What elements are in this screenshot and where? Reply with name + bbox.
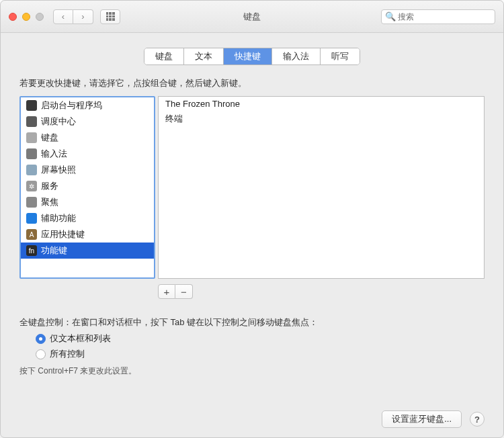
tab-2[interactable]: 快捷键 bbox=[223, 48, 271, 64]
radio-icon bbox=[36, 334, 46, 344]
shortcut-item[interactable]: 终端 bbox=[159, 111, 484, 127]
category-icon bbox=[26, 100, 37, 111]
category-label: 功能键 bbox=[41, 245, 67, 257]
category-item[interactable]: 调度中心 bbox=[21, 114, 154, 130]
category-icon: A bbox=[26, 229, 37, 240]
category-icon bbox=[26, 116, 37, 127]
category-label: 屏幕快照 bbox=[41, 164, 76, 176]
category-label: 输入法 bbox=[41, 148, 67, 160]
radio-option[interactable]: 仅文本框和列表 bbox=[36, 333, 485, 345]
category-item[interactable]: ✲服务 bbox=[21, 178, 154, 194]
category-item[interactable]: A应用快捷键 bbox=[21, 226, 154, 243]
category-label: 应用快捷键 bbox=[41, 228, 85, 240]
category-label: 聚焦 bbox=[41, 196, 58, 208]
category-icon bbox=[26, 132, 37, 143]
chevron-right-icon: › bbox=[81, 11, 84, 21]
category-item[interactable]: fn功能键 bbox=[21, 243, 154, 259]
category-icon bbox=[26, 165, 37, 175]
full-keyboard-access: 全键盘控制：在窗口和对话框中，按下 Tab 键在以下控制之间移动键盘焦点： 仅文… bbox=[19, 316, 485, 377]
full-keyboard-access-label: 全键盘控制：在窗口和对话框中，按下 Tab 键在以下控制之间移动键盘焦点： bbox=[19, 316, 485, 328]
tab-0[interactable]: 键盘 bbox=[144, 48, 183, 64]
minimize-icon[interactable] bbox=[22, 13, 30, 21]
category-label: 辅助功能 bbox=[41, 212, 76, 224]
category-icon: fn bbox=[26, 245, 37, 256]
forward-button[interactable]: › bbox=[73, 9, 93, 24]
tab-4[interactable]: 听写 bbox=[320, 48, 360, 64]
shortcut-item[interactable]: The Frozen Throne bbox=[159, 97, 484, 111]
tab-3[interactable]: 输入法 bbox=[271, 48, 320, 64]
titlebar: ‹ › 键盘 🔍 bbox=[1, 1, 503, 33]
radio-icon bbox=[36, 349, 46, 359]
category-label: 启动台与程序坞 bbox=[41, 99, 102, 112]
tab-1[interactable]: 文本 bbox=[183, 48, 223, 64]
chevron-left-icon: ‹ bbox=[62, 11, 65, 21]
category-icon bbox=[26, 148, 37, 159]
back-button[interactable]: ‹ bbox=[53, 9, 73, 24]
window-controls bbox=[9, 13, 44, 21]
add-remove-row: + − bbox=[158, 284, 485, 299]
shortcut-panes: 启动台与程序坞调度中心键盘输入法屏幕快照✲服务聚焦辅助功能A应用快捷键fn功能键… bbox=[19, 96, 485, 279]
radio-label: 所有控制 bbox=[50, 348, 85, 360]
category-icon: ✲ bbox=[26, 181, 37, 191]
category-label: 键盘 bbox=[41, 132, 58, 144]
category-item[interactable]: 启动台与程序坞 bbox=[21, 97, 154, 114]
close-icon[interactable] bbox=[9, 13, 17, 21]
nav-back-forward: ‹ › bbox=[53, 9, 93, 24]
tab-bar: 键盘文本快捷键输入法听写 bbox=[19, 48, 485, 65]
search-input[interactable] bbox=[381, 9, 495, 24]
category-icon bbox=[26, 197, 37, 208]
grid-icon bbox=[106, 12, 115, 21]
content: 键盘文本快捷键输入法听写 若要更改快捷键，请选择它，点按组合键，然后键入新键。 … bbox=[1, 33, 503, 437]
category-item[interactable]: 辅助功能 bbox=[21, 210, 154, 226]
zoom-icon[interactable] bbox=[36, 13, 44, 21]
show-all-button[interactable] bbox=[100, 9, 120, 24]
category-item[interactable]: 键盘 bbox=[21, 130, 154, 146]
preferences-window: ‹ › 键盘 🔍 键盘文本快捷键输入法听写 若要更改快捷键，请选择它，点按组合键… bbox=[0, 0, 504, 438]
category-item[interactable]: 屏幕快照 bbox=[21, 162, 154, 178]
full-keyboard-access-subhint: 按下 Control+F7 来更改此设置。 bbox=[19, 365, 485, 377]
category-item[interactable]: 聚焦 bbox=[21, 194, 154, 210]
help-button[interactable]: ? bbox=[470, 412, 485, 427]
footer: 设置蓝牙键盘... ? bbox=[19, 398, 485, 428]
category-label: 调度中心 bbox=[41, 116, 76, 128]
category-icon bbox=[26, 213, 37, 224]
radio-option[interactable]: 所有控制 bbox=[36, 348, 485, 360]
shortcut-list[interactable]: The Frozen Throne终端 bbox=[158, 96, 485, 279]
bluetooth-keyboard-button[interactable]: 设置蓝牙键盘... bbox=[382, 410, 462, 428]
category-label: 服务 bbox=[41, 180, 58, 192]
radio-label: 仅文本框和列表 bbox=[50, 333, 111, 345]
search-icon: 🔍 bbox=[385, 11, 396, 21]
remove-button[interactable]: − bbox=[175, 284, 193, 299]
category-list[interactable]: 启动台与程序坞调度中心键盘输入法屏幕快照✲服务聚焦辅助功能A应用快捷键fn功能键 bbox=[19, 96, 155, 279]
add-button[interactable]: + bbox=[158, 284, 175, 299]
shortcut-hint: 若要更改快捷键，请选择它，点按组合键，然后键入新键。 bbox=[19, 77, 485, 89]
category-item[interactable]: 输入法 bbox=[21, 146, 154, 162]
search-wrap: 🔍 bbox=[381, 9, 495, 24]
